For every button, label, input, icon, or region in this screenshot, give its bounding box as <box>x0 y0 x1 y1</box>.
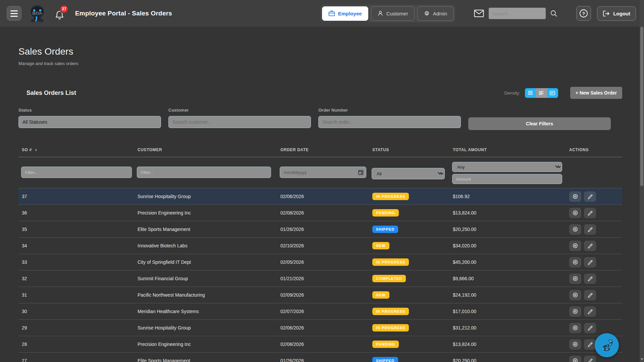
edit-order-button[interactable] <box>584 339 596 350</box>
cell-so-number: 29 <box>18 325 134 330</box>
table-row[interactable]: 27Elite Sports Management01/26/2026SHIPP… <box>18 353 622 362</box>
vertical-scrollbar[interactable] <box>640 0 644 362</box>
view-icon <box>572 259 578 265</box>
amount-operator-filter-select[interactable]: Any <box>452 162 562 172</box>
column-header-so[interactable]: SO #▼ <box>18 147 134 152</box>
so-column-filter-input[interactable] <box>21 167 132 178</box>
table-row[interactable]: 37Sunrise Hospitality Group02/06/2026IN … <box>18 188 622 205</box>
order-number-filter-input[interactable] <box>318 116 461 128</box>
nav-tab-employee[interactable]: Employee <box>322 6 368 21</box>
edit-order-button[interactable] <box>584 208 596 218</box>
svg-text:?: ? <box>582 11 585 16</box>
table-row[interactable]: 35Elite Sports Management01/26/2026SHIPP… <box>18 221 622 238</box>
density-card-button[interactable] <box>547 88 558 98</box>
table-row[interactable]: 34Innovative Biotech Labs02/10/2026NEW$3… <box>18 238 622 254</box>
edit-order-button[interactable] <box>584 274 596 284</box>
status-badge: COMPLETED <box>372 275 406 282</box>
amount-column-filter-input[interactable] <box>452 174 562 184</box>
scrollbar-down-arrow[interactable] <box>640 358 644 361</box>
view-order-button[interactable] <box>569 191 581 202</box>
edit-icon <box>587 325 593 330</box>
edit-order-button[interactable] <box>584 241 596 251</box>
status-badge: IN PROGRESS <box>372 258 409 266</box>
cell-status: SHIPPED <box>369 226 449 233</box>
edit-order-button[interactable] <box>584 257 596 267</box>
hamburger-menu-button[interactable] <box>7 6 21 21</box>
view-order-button[interactable] <box>569 339 581 350</box>
customer-filter-label: Customer <box>168 108 311 113</box>
assistant-chat-fab[interactable] <box>595 333 619 357</box>
view-order-button[interactable] <box>569 290 581 300</box>
help-button[interactable]: ? <box>576 6 591 21</box>
nav-tab-admin[interactable]: Admin <box>417 6 454 21</box>
density-comfortable-button[interactable] <box>525 88 536 98</box>
table-row[interactable]: 31Pacific Northwest Manufacturing02/09/2… <box>18 287 622 303</box>
status-filter-select[interactable]: All Statuses <box>18 116 161 128</box>
notifications-bell[interactable]: 37 <box>55 6 66 21</box>
column-header-total-amount[interactable]: TOTAL AMOUNT <box>449 147 566 152</box>
status-filter-label: Status <box>18 108 161 113</box>
edit-order-button[interactable] <box>584 306 596 317</box>
clear-filters-button[interactable]: Clear Filters <box>468 117 611 130</box>
column-header-order-date[interactable]: ORDER DATE <box>277 147 369 152</box>
cell-order-date: 02/05/2026 <box>277 259 369 265</box>
table-row[interactable]: 33City of Springfield IT Dept02/05/2026I… <box>18 254 622 270</box>
cell-order-date: 02/09/2026 <box>277 292 369 298</box>
cell-actions <box>566 224 622 235</box>
customer-filter-input[interactable] <box>168 116 311 128</box>
logout-button[interactable]: Logout <box>597 6 636 21</box>
view-order-button[interactable] <box>569 224 581 235</box>
table-row[interactable]: 32Summit Financial Group01/21/2026COMPLE… <box>18 270 622 287</box>
table-row[interactable]: 29Sunrise Hospitality Group02/06/2026IN … <box>18 320 622 336</box>
cell-status: COMPLETED <box>369 275 449 282</box>
customer-column-filter-input[interactable] <box>137 167 271 178</box>
status-badge: NEW <box>372 291 389 299</box>
app-window: BOA 37 Employee Portal - Sales Orders Em… <box>0 0 644 362</box>
scrollbar-thumb[interactable] <box>640 27 643 186</box>
logout-label: Logout <box>613 11 630 16</box>
cell-total-amount: $45,200.00 <box>449 259 566 265</box>
cell-order-date: 02/08/2026 <box>277 210 369 216</box>
table-row[interactable]: 28Precision Engineering Inc02/08/2026PEN… <box>18 336 622 353</box>
search-icon[interactable] <box>550 10 557 17</box>
edit-order-button[interactable] <box>584 290 596 300</box>
cell-order-date: 02/07/2026 <box>277 309 369 314</box>
app-logo: BOA <box>28 4 46 23</box>
column-header-status[interactable]: STATUS <box>369 147 449 152</box>
mail-icon[interactable] <box>474 9 484 17</box>
nav-tab-customer[interactable]: Customer <box>371 6 415 21</box>
cell-total-amount: $20,250.00 <box>449 358 566 362</box>
edit-order-button[interactable] <box>584 191 596 202</box>
cell-order-date: 02/10/2026 <box>277 243 369 248</box>
edit-order-button[interactable] <box>584 224 596 235</box>
view-order-button[interactable] <box>569 274 581 284</box>
view-icon <box>572 194 578 199</box>
view-order-button[interactable] <box>569 306 581 317</box>
column-header-customer[interactable]: CUSTOMER <box>134 147 277 152</box>
view-order-button[interactable] <box>569 208 581 218</box>
edit-order-button[interactable] <box>584 323 596 333</box>
order-date-column-filter-input[interactable] <box>280 167 366 178</box>
density-compact-button[interactable] <box>536 88 547 98</box>
new-sales-order-button[interactable]: + New Sales Order <box>570 87 622 99</box>
table-row[interactable]: 30Meridian Healthcare Systems02/07/2026I… <box>18 303 622 320</box>
view-order-button[interactable] <box>569 257 581 267</box>
global-search-input[interactable] <box>489 8 546 19</box>
table-row[interactable]: 36Precision Engineering Inc02/08/2026PEN… <box>18 205 622 221</box>
sort-desc-icon: ▼ <box>35 148 38 152</box>
view-order-button[interactable] <box>569 323 581 333</box>
cell-status: NEW <box>369 291 449 299</box>
cell-customer: City of Springfield IT Dept <box>134 259 277 265</box>
edit-icon <box>587 194 593 199</box>
status-column-filter-select[interactable]: All <box>372 168 445 179</box>
cell-actions <box>566 191 622 202</box>
cell-so-number: 33 <box>18 259 134 265</box>
edit-order-button[interactable] <box>584 356 596 362</box>
view-order-button[interactable] <box>569 356 581 362</box>
view-order-button[interactable] <box>569 241 581 251</box>
gear-icon <box>424 10 430 17</box>
cell-so-number: 36 <box>18 210 134 216</box>
cell-actions <box>566 306 622 317</box>
edit-icon <box>587 292 593 298</box>
nav-tab-label: Admin <box>433 11 447 16</box>
